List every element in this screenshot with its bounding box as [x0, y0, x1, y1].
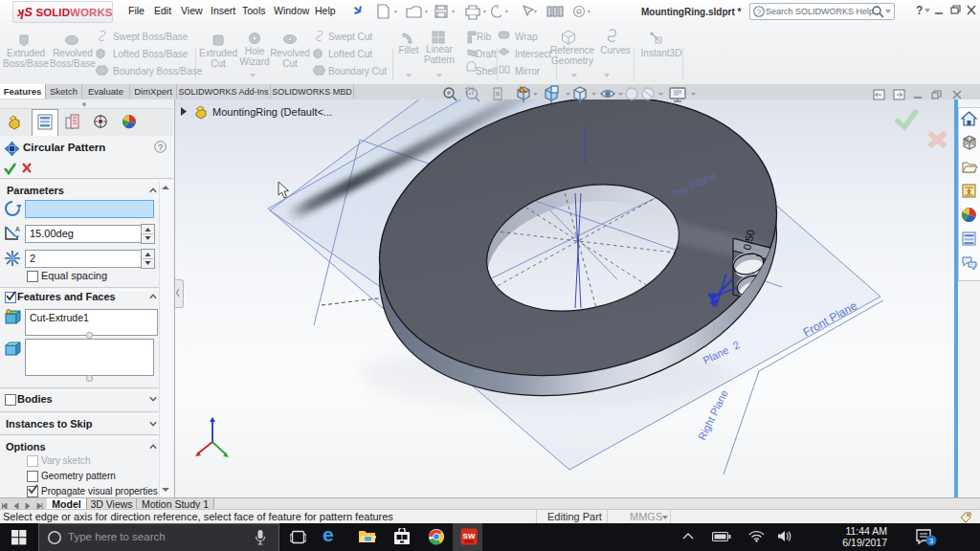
svg-text:?: ?	[757, 8, 762, 16]
svg-text:3: 3	[929, 537, 934, 545]
svg-text:?: ?	[158, 143, 163, 152]
svg-text:SW: SW	[463, 532, 476, 540]
